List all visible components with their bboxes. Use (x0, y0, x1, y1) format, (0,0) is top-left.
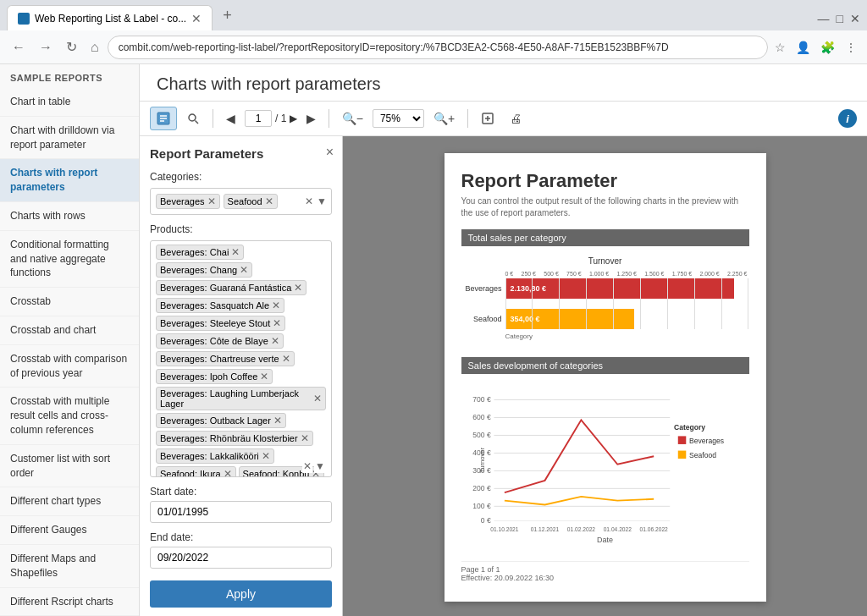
sidebar-item-charts-rows[interactable]: Charts with rows (0, 202, 139, 231)
svg-text:Beverages: Beverages (689, 437, 724, 445)
categories-clear-button[interactable]: ✕ (304, 195, 314, 208)
chart1-section: Total sales per category Turnover 0 € 25… (461, 229, 749, 344)
categories-dropdown-button[interactable]: ▼ (316, 195, 328, 208)
tab-close-icon[interactable]: ✕ (191, 12, 202, 25)
sidebar-item-chart-drilldown[interactable]: Chart with drilldown via report paramete… (0, 117, 139, 160)
prev-page-button[interactable]: ◀ (220, 107, 241, 129)
tag-bev-lakka[interactable]: Beverages: Lakkalikööri✕ (156, 448, 274, 464)
extensions-icon[interactable]: 🧩 (817, 37, 838, 58)
home-button[interactable]: ⌂ (86, 36, 104, 58)
window-controls: — □ ✕ (818, 12, 860, 30)
zoom-select[interactable]: 50% 75% 100% 125% 150% (373, 109, 424, 128)
profile-icon[interactable]: 👤 (792, 37, 814, 58)
footer-page: Page 1 of 1 (461, 565, 749, 574)
sidebar-item-crosstab-comparison[interactable]: Crosstab with comparison of previous yea… (0, 345, 139, 388)
tag-bev-guarana[interactable]: Beverages: Guaraná Fantástica✕ (156, 280, 306, 295)
sidebar-item-rscript[interactable]: Different Rscript charts (0, 588, 139, 616)
svg-text:01.06.2022: 01.06.2022 (639, 526, 668, 532)
tag-bev-steeleye[interactable]: Beverages: Steeleye Stout✕ (156, 316, 285, 331)
tag-bev-sasquatch[interactable]: Beverages: Sasquatch Ale✕ (156, 298, 284, 313)
svg-text:Category: Category (674, 423, 705, 432)
end-date-input[interactable] (150, 547, 332, 569)
sidebar-item-maps[interactable]: Different Maps and Shapefiles (0, 545, 139, 588)
apply-button[interactable]: Apply (150, 580, 332, 608)
new-tab-button[interactable]: + (216, 3, 239, 28)
page-title: Charts with report parameters (157, 74, 850, 94)
close-window-icon[interactable]: ✕ (850, 12, 860, 25)
browser-tab[interactable]: Web Reporting List & Label - co... ✕ (7, 5, 213, 30)
sidebar-header: SAMPLE REPORTS (0, 64, 139, 88)
sidebar-item-conditional[interactable]: Conditional formatting and native aggreg… (0, 231, 139, 288)
products-dropdown-button[interactable]: ▼ (314, 459, 326, 473)
svg-text:600 €: 600 € (472, 413, 491, 421)
svg-point-4 (189, 114, 196, 121)
tag-bev-cote[interactable]: Beverages: Côte de Blaye✕ (156, 333, 284, 349)
chart2-x-axis-label: Date (468, 536, 743, 544)
sidebar-item-chart-in-table[interactable]: Chart in table (0, 88, 139, 117)
search-button[interactable] (180, 107, 206, 129)
next-page-button[interactable]: ▶ (301, 107, 322, 129)
settings-icon[interactable]: ⋮ (842, 37, 860, 58)
svg-text:01.10.2021: 01.10.2021 (490, 526, 519, 532)
bar-beverages-value: 2.130,80 € (511, 284, 547, 293)
footer-effective: Effective: 20.09.2022 16:30 (461, 574, 749, 582)
sidebar-item-charts-report-params[interactable]: Charts with report parameters (0, 159, 139, 202)
svg-rect-31 (677, 436, 686, 444)
tag-bev-chartreuse[interactable]: Beverages: Chartreuse verte✕ (156, 351, 295, 366)
products-clear-button[interactable]: ✕ (302, 459, 312, 473)
tag-bev-laughing[interactable]: Beverages: Laughing Lumberjack Lager✕ (156, 387, 326, 410)
svg-text:01.04.2022: 01.04.2022 (603, 526, 632, 532)
tag-bev-chai[interactable]: Beverages: Chai✕ (156, 245, 244, 260)
bookmark-icon[interactable]: ☆ (771, 37, 789, 58)
print-button[interactable]: 🖨 (504, 107, 527, 129)
tag-bev-chai-remove[interactable]: ✕ (231, 246, 240, 258)
tag-bev-chang-remove[interactable]: ✕ (240, 264, 248, 276)
bar-seafood-value: 354,00 € (511, 315, 540, 323)
tag-bev-rhon[interactable]: Beverages: Rhönbräu Klosterbier✕ (156, 431, 313, 446)
zoom-in-button[interactable]: 🔍+ (428, 107, 461, 129)
address-bar[interactable] (108, 36, 768, 59)
toolbar: ◀ / 1 ▶ ▶ 🔍− 50% 75% 100% 125% 150% 🔍+ 🖨 (140, 102, 867, 136)
svg-text:01.02.2022: 01.02.2022 (566, 526, 595, 532)
minimize-icon[interactable]: — (818, 12, 830, 25)
seafood-line (504, 497, 653, 505)
reload-button[interactable]: ↻ (61, 36, 82, 58)
preview-area: Report Parameter You can control the out… (343, 136, 867, 616)
tag-bev-outback[interactable]: Beverages: Outback Lager✕ (156, 413, 286, 428)
report-page: Report Parameter You can control the out… (445, 153, 766, 602)
back-button[interactable]: ← (7, 36, 30, 58)
zoom-out-button[interactable]: 🔍− (336, 107, 369, 129)
forward-button[interactable]: → (34, 36, 58, 58)
info-button[interactable]: i (838, 109, 857, 128)
sidebar-item-customer-list[interactable]: Customer list with sort order (0, 445, 139, 488)
tag-seafood-remove[interactable]: ✕ (265, 195, 273, 207)
svg-text:01.12.2021: 01.12.2021 (530, 526, 559, 532)
report-params-button[interactable] (150, 107, 177, 130)
tag-beverages-remove[interactable]: ✕ (207, 195, 216, 207)
bar-axis-labels: 0 € 250 € 500 € 750 € 1.000 € 1.250 € 1.… (461, 271, 749, 277)
export-button[interactable] (475, 107, 500, 129)
line-chart-container: 700 € 600 € 500 € 400 € 300 € 200 € 100 … (461, 381, 749, 547)
sidebar-item-chart-types[interactable]: Different chart types (0, 487, 139, 516)
categories-tag-input: Beverages ✕ Seafood ✕ ✕ ▼ (150, 188, 332, 215)
sidebar-item-crosstab-multiple[interactable]: Crosstab with multiple result cells and … (0, 388, 139, 444)
sidebar-item-crosstab-chart[interactable]: Crosstab and chart (0, 316, 139, 345)
tag-bev-guarana-remove[interactable]: ✕ (294, 282, 302, 294)
tag-bev-ipoh[interactable]: Beverages: Ipoh Coffee✕ (156, 369, 273, 384)
bar-chart-title: Turnover (461, 256, 749, 266)
tag-beverages[interactable]: Beverages ✕ (156, 194, 220, 209)
tag-seafood[interactable]: Seafood ✕ (224, 194, 278, 209)
browser-chrome: Web Reporting List & Label - co... ✕ + —… (0, 0, 867, 30)
svg-text:200 €: 200 € (472, 484, 491, 492)
start-date-input[interactable] (150, 501, 332, 523)
tag-bev-chang[interactable]: Beverages: Chang✕ (156, 262, 252, 278)
page-input[interactable] (245, 110, 272, 127)
tag-sea-ikura[interactable]: Seafood: Ikura✕ (156, 466, 236, 477)
sidebar-item-gauges[interactable]: Different Gauges (0, 516, 139, 545)
maximize-icon[interactable]: □ (837, 12, 843, 25)
svg-text:100 €: 100 € (472, 502, 491, 510)
products-tag-input: Beverages: Chai✕ Beverages: Chang✕ Bever… (150, 240, 332, 477)
params-panel: Report Parameters × Categories: Beverage… (140, 136, 343, 616)
params-close-button[interactable]: × (326, 145, 334, 160)
sidebar-item-crosstab[interactable]: Crosstab (0, 288, 139, 316)
